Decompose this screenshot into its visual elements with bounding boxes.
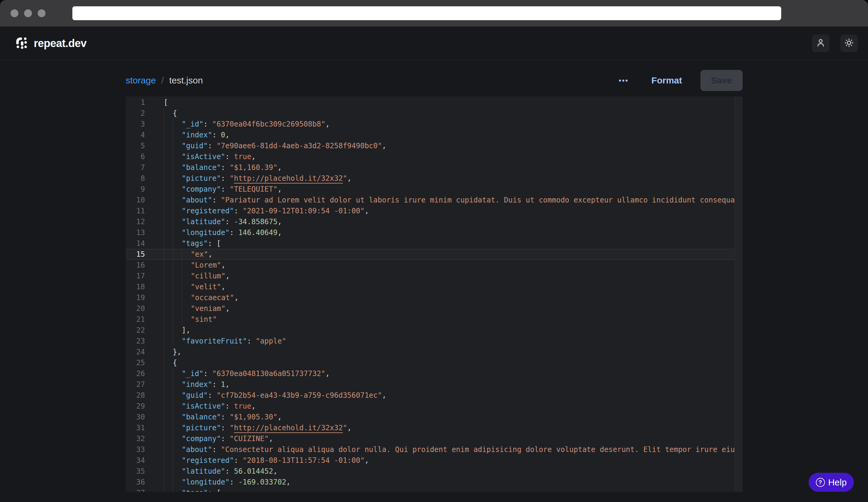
- code-token: "TELEQUIET": [230, 185, 278, 194]
- code-line[interactable]: 37"tags": [: [126, 488, 734, 492]
- code-token: :: [212, 380, 221, 389]
- line-number: 30: [126, 411, 145, 422]
- line-number: 17: [126, 271, 145, 281]
- code-line[interactable]: 3"_id": "6370ea04f6bc309c269508b8",: [126, 119, 734, 129]
- line-number: 22: [126, 325, 145, 336]
- code-token: :: [221, 413, 230, 421]
- account-button[interactable]: [812, 35, 829, 52]
- indent-guide: [173, 401, 182, 411]
- code-token: "picture": [182, 423, 221, 432]
- code-content: "guid": "cf7b2b54-ea43-43b9-a759-c96d356…: [145, 390, 734, 401]
- code-line[interactable]: 15"ex",: [126, 249, 734, 260]
- code-token: "ex": [191, 250, 208, 259]
- indent-guide: [164, 455, 173, 466]
- code-content: "tags": [: [145, 238, 734, 249]
- logo[interactable]: repeat.dev: [16, 36, 86, 51]
- code-line[interactable]: 31"picture": "http://placehold.it/32x32"…: [126, 422, 734, 433]
- code-line[interactable]: 27"index": 1,: [126, 379, 734, 390]
- code-token: ,: [326, 369, 330, 378]
- code-content: "registered": "2018-08-13T11:57:54 -01:0…: [145, 455, 734, 466]
- code-line[interactable]: 6"isActive": true,: [126, 151, 734, 162]
- code-token: ,: [225, 131, 229, 139]
- indent-guide: [164, 303, 173, 314]
- line-number: 34: [126, 455, 145, 466]
- ellipsis-icon: [619, 79, 628, 83]
- code-line[interactable]: 30"balance": "$1,905.30",: [126, 411, 734, 422]
- indent-guide: [173, 390, 182, 401]
- code-line[interactable]: 32"company": "CUIZINE",: [126, 433, 734, 444]
- code-content: "_id": "6370ea048130a6a051737732",: [145, 368, 734, 379]
- line-number: 29: [126, 401, 145, 411]
- editor-scrollbar[interactable]: [734, 96, 743, 492]
- code-token: {: [173, 109, 177, 117]
- url-bar[interactable]: [72, 6, 781, 20]
- code-line[interactable]: 22],: [126, 325, 734, 336]
- code-line[interactable]: 13"longitude": 146.40649,: [126, 227, 734, 238]
- code-line[interactable]: 9"company": "TELEQUIET",: [126, 184, 734, 195]
- window-zoom-button[interactable]: [38, 9, 45, 17]
- code-line[interactable]: 12"latitude": -34.858675,: [126, 216, 734, 227]
- code-line[interactable]: 25{: [126, 357, 734, 368]
- indent-guide: [173, 422, 182, 433]
- code-line[interactable]: 20"veniam",: [126, 303, 734, 314]
- breadcrumb-storage-link[interactable]: storage: [126, 75, 156, 86]
- code-content: "occaecat",: [145, 292, 734, 303]
- code-token: :: [230, 228, 238, 237]
- code-line[interactable]: 2{: [126, 108, 734, 119]
- code-line[interactable]: 33"about": "Consectetur aliqua aliqua do…: [126, 444, 734, 455]
- line-number: 37: [126, 488, 145, 492]
- save-button[interactable]: Save: [701, 70, 743, 91]
- code-content: },: [145, 346, 734, 357]
- code-line[interactable]: 5"guid": "7e90aee6-81dd-4aeb-a3d2-8258f9…: [126, 140, 734, 151]
- code-token: "index": [182, 131, 212, 139]
- code-line[interactable]: 24},: [126, 346, 734, 357]
- indent-guide: [173, 151, 182, 162]
- code-line[interactable]: 1[: [126, 97, 734, 108]
- code-content: "company": "CUIZINE",: [145, 433, 734, 444]
- code-line[interactable]: 36"longitude": -169.033702,: [126, 477, 734, 488]
- code-line[interactable]: 16"Lorem",: [126, 260, 734, 271]
- code-line[interactable]: 18"velit",: [126, 281, 734, 292]
- code-content: "latitude": 56.014452,: [145, 466, 734, 477]
- help-button[interactable]: ? Help: [809, 473, 854, 492]
- code-line[interactable]: 17"cillum",: [126, 271, 734, 281]
- code-line[interactable]: 14"tags": [: [126, 238, 734, 249]
- indent-guide: [164, 162, 173, 173]
- code-line[interactable]: 35"latitude": 56.014452,: [126, 466, 734, 477]
- code-line[interactable]: 26"_id": "6370ea048130a6a051737732",: [126, 368, 734, 379]
- code-line[interactable]: 4"index": 0,: [126, 129, 734, 140]
- indent-guide: [164, 292, 173, 303]
- indent-guide: [182, 314, 191, 325]
- code-line[interactable]: 11"registered": "2021-09-12T01:09:54 -01…: [126, 206, 734, 216]
- code-content: ],: [145, 325, 734, 336]
- code-token: :: [221, 435, 230, 443]
- code-line[interactable]: 10"about": "Pariatur ad Lorem velit dolo…: [126, 195, 734, 206]
- json-editor[interactable]: 1[2{3"_id": "6370ea04f6bc309c269508b8",4…: [126, 96, 743, 492]
- line-number: 15: [126, 249, 145, 260]
- code-token: "latitude": [182, 467, 225, 475]
- code-line[interactable]: 23"favoriteFruit": "apple": [126, 336, 734, 346]
- window-minimize-button[interactable]: [24, 9, 32, 17]
- code-line[interactable]: 34"registered": "2018-08-13T11:57:54 -01…: [126, 455, 734, 466]
- code-content: "registered": "2021-09-12T01:09:54 -01:0…: [145, 206, 734, 216]
- code-line[interactable]: 8"picture": "http://placehold.it/32x32",: [126, 173, 734, 184]
- code-line[interactable]: 21"sint": [126, 314, 734, 325]
- line-number: 32: [126, 433, 145, 444]
- code-line[interactable]: 29"isActive": true,: [126, 401, 734, 411]
- code-line[interactable]: 7"balance": "$1,160.39",: [126, 162, 734, 173]
- code-token: "$1,160.39": [230, 163, 278, 172]
- indent-guide: [164, 227, 173, 238]
- indent-guide: [164, 346, 173, 357]
- breadcrumb-separator: /: [161, 75, 164, 86]
- code-line[interactable]: 19"occaecat",: [126, 292, 734, 303]
- code-line[interactable]: 28"guid": "cf7b2b54-ea43-43b9-a759-c96d3…: [126, 390, 734, 401]
- code-token: "tags": [182, 239, 208, 248]
- code-token: :: [230, 478, 238, 486]
- code-token: "_id": [182, 120, 204, 128]
- format-button[interactable]: Format: [650, 75, 684, 86]
- overflow-menu-button[interactable]: [616, 75, 631, 86]
- code-content: "picture": "http://placehold.it/32x32",: [145, 422, 734, 433]
- indent-guide: [164, 477, 173, 488]
- theme-toggle-button[interactable]: [840, 35, 858, 52]
- window-close-button[interactable]: [11, 9, 18, 17]
